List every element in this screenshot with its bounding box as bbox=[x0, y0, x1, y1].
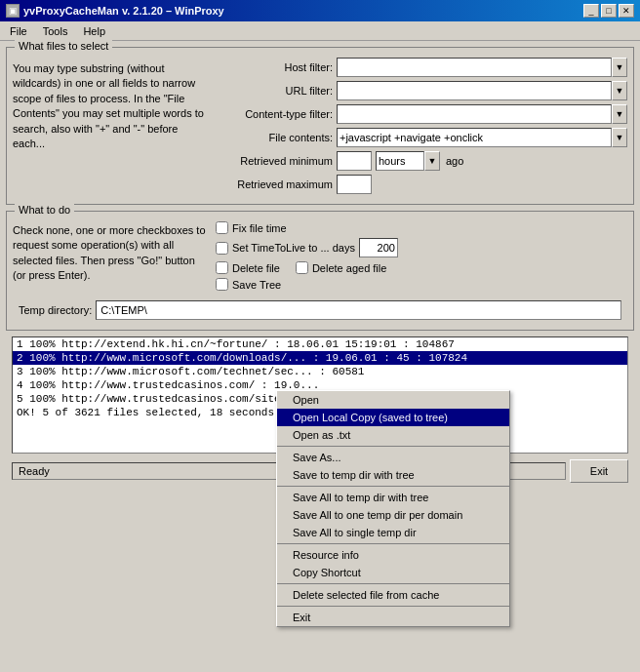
file-item[interactable]: 3 100% http://www.microsoft.com/technet/… bbox=[13, 365, 627, 378]
delete-aged-checkbox[interactable] bbox=[296, 261, 308, 274]
minimize-button[interactable]: _ bbox=[583, 4, 599, 18]
menu-tools[interactable]: Tools bbox=[37, 24, 74, 38]
delete-file-checkbox[interactable] bbox=[216, 261, 228, 274]
url-filter-input[interactable] bbox=[337, 81, 612, 100]
host-filter-input[interactable] bbox=[337, 58, 612, 77]
retrieved-max-input[interactable] bbox=[337, 175, 372, 194]
file-contents-dropdown[interactable]: ▼ bbox=[612, 128, 627, 147]
ttl-checkbox[interactable] bbox=[216, 242, 228, 255]
what-files-title: What files to select bbox=[15, 40, 112, 52]
what-to-do-title: What to do bbox=[15, 204, 74, 216]
context-menu-separator bbox=[277, 606, 509, 607]
ttl-label: Set TimeToLive to ... days bbox=[232, 242, 355, 254]
fix-file-time-row: Fix file time bbox=[216, 221, 627, 234]
save-tree-label: Save Tree bbox=[232, 279, 281, 291]
context-menu-item[interactable]: Save to temp dir with tree bbox=[277, 466, 509, 484]
delete-file-label: Delete file bbox=[232, 262, 280, 274]
file-contents-input[interactable] bbox=[337, 128, 612, 147]
url-filter-row: URL filter: ▼ bbox=[216, 81, 627, 100]
delete-aged-label: Delete aged file bbox=[312, 262, 386, 274]
retrieved-max-label: Retrieved maximum bbox=[216, 178, 333, 190]
hours-dropdown[interactable]: ▼ bbox=[424, 151, 440, 171]
context-menu-item[interactable]: Copy Shortcut bbox=[277, 564, 509, 581]
window-title: yvProxyCacheMan v. 2.1.20 – WinProxy bbox=[23, 5, 224, 17]
context-menu-item[interactable]: Save All to temp dir with tree bbox=[277, 489, 509, 506]
what-files-description: You may type substring (without wildcard… bbox=[13, 58, 208, 198]
maximize-button[interactable]: □ bbox=[601, 4, 617, 18]
menu-bar: File Tools Help bbox=[0, 21, 640, 41]
context-menu-separator bbox=[277, 486, 509, 487]
temp-directory-row: Temp directory: bbox=[13, 298, 627, 324]
content-type-row: Content-type filter: ▼ bbox=[216, 104, 627, 124]
context-menu-item[interactable]: Save As... bbox=[277, 449, 509, 466]
what-to-do-checkboxes: Fix file time Set TimeToLive to ... days… bbox=[216, 221, 627, 295]
temp-directory-label: Temp directory: bbox=[19, 304, 92, 316]
app-icon: ▣ bbox=[6, 4, 20, 18]
what-to-do-group: What to do Check none, one or more check… bbox=[6, 211, 634, 331]
what-files-form: Host filter: ▼ URL filter: ▼ C bbox=[216, 58, 627, 198]
file-item[interactable]: 2 100% http://www.microsoft.com/download… bbox=[13, 351, 627, 365]
host-filter-label: Host filter: bbox=[216, 61, 333, 73]
content-type-label: Content-type filter: bbox=[216, 108, 333, 120]
menu-file[interactable]: File bbox=[4, 24, 33, 38]
what-files-group: What files to select You may type substr… bbox=[6, 47, 634, 205]
ttl-input[interactable] bbox=[359, 238, 398, 257]
context-menu-item[interactable]: Open as .txt bbox=[277, 426, 509, 444]
context-menu: OpenOpen Local Copy (saved to tree)Open … bbox=[276, 390, 510, 627]
retrieved-min-label: Retrieved minimum bbox=[216, 155, 333, 167]
delete-file-row: Delete file bbox=[216, 261, 280, 274]
content-type-input[interactable] bbox=[337, 104, 612, 124]
url-filter-label: URL filter: bbox=[216, 85, 333, 97]
host-filter-row: Host filter: ▼ bbox=[216, 58, 627, 77]
file-contents-row: File contents: ▼ bbox=[216, 128, 627, 147]
save-tree-checkbox[interactable] bbox=[216, 278, 228, 291]
exit-button[interactable]: Exit bbox=[570, 459, 628, 483]
what-to-do-description: Check none, one or more checkboxes to re… bbox=[13, 221, 208, 295]
context-menu-item[interactable]: Open bbox=[277, 391, 509, 409]
retrieved-min-row: Retrieved minimum ▼ ago bbox=[216, 151, 627, 171]
context-menu-item[interactable]: Resource info bbox=[277, 546, 509, 564]
context-menu-item[interactable]: Delete selected file from cache bbox=[277, 586, 509, 604]
context-menu-item[interactable]: Exit bbox=[277, 609, 509, 626]
context-menu-separator bbox=[277, 446, 509, 447]
retrieved-min-input[interactable] bbox=[337, 151, 372, 171]
delete-aged-row: Delete aged file bbox=[296, 261, 386, 274]
ttl-row: Set TimeToLive to ... days bbox=[216, 238, 627, 257]
host-filter-dropdown[interactable]: ▼ bbox=[612, 58, 627, 77]
context-menu-item[interactable]: Save All to one temp dir per domain bbox=[277, 506, 509, 524]
context-menu-item[interactable]: Open Local Copy (saved to tree) bbox=[277, 409, 509, 426]
fix-file-time-checkbox[interactable] bbox=[216, 221, 228, 234]
fix-file-time-label: Fix file time bbox=[232, 222, 287, 234]
url-filter-dropdown[interactable]: ▼ bbox=[612, 81, 627, 100]
close-button[interactable]: ✕ bbox=[619, 4, 634, 18]
file-item[interactable]: 1 100% http://extend.hk.hi.cn/~fortune/ … bbox=[13, 337, 627, 351]
context-menu-item[interactable]: Save All to single temp dir bbox=[277, 524, 509, 541]
save-tree-row: Save Tree bbox=[216, 278, 627, 291]
delete-row: Delete file Delete aged file bbox=[216, 261, 627, 274]
menu-help[interactable]: Help bbox=[77, 24, 111, 38]
temp-directory-input[interactable] bbox=[96, 300, 621, 320]
title-bar: ▣ yvProxyCacheMan v. 2.1.20 – WinProxy _… bbox=[0, 0, 640, 21]
ago-label: ago bbox=[446, 155, 463, 167]
context-menu-separator bbox=[277, 583, 509, 584]
hours-select-input[interactable] bbox=[376, 151, 424, 171]
context-menu-separator bbox=[277, 543, 509, 544]
content-type-dropdown[interactable]: ▼ bbox=[612, 104, 627, 124]
file-contents-label: File contents: bbox=[216, 132, 333, 143]
retrieved-max-row: Retrieved maximum bbox=[216, 175, 627, 194]
